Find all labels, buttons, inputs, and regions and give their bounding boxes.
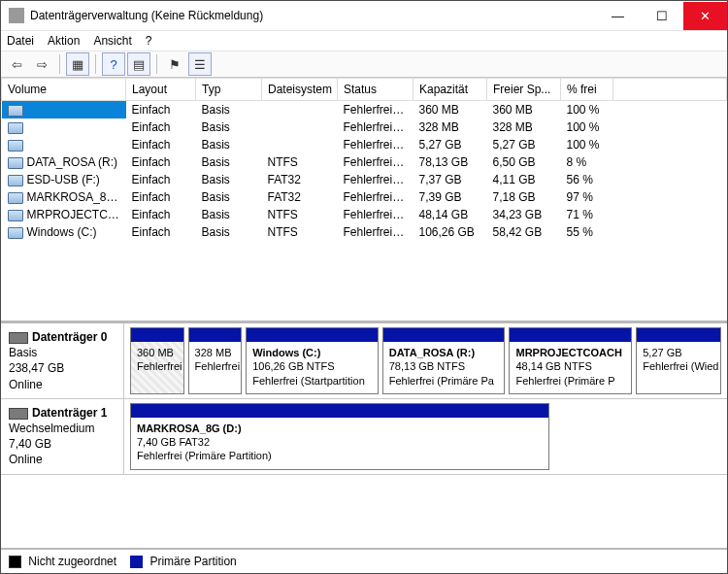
hdd-icon	[9, 332, 28, 344]
legend-unallocated-label: Nicht zugeordnet	[28, 555, 116, 568]
col-status[interactable]: Status	[338, 79, 414, 101]
table-row[interactable]: ESD-USB (F:)EinfachBasisFAT32Fehlerfrei …	[2, 171, 727, 188]
col-spacer	[613, 79, 727, 101]
partition-stripe	[189, 328, 242, 342]
close-button[interactable]: ✕	[683, 2, 727, 30]
partition-strip: 360 MBFehlerfrei328 MBFehlerfreiWindows …	[124, 323, 727, 398]
col-cap[interactable]: Kapazität	[414, 79, 487, 101]
volume-icon	[8, 105, 23, 117]
volume-list: Volume Layout Typ Dateisystem Status Kap…	[1, 78, 727, 323]
table-row[interactable]: EinfachBasisFehlerfrei (...360 MB360 MB1…	[2, 101, 727, 119]
disk-header[interactable]: Datenträger 1Wechselmedium7,40 GBOnline	[1, 399, 124, 474]
list-icon[interactable]: ☰	[188, 52, 212, 76]
disk-header[interactable]: Datenträger 0Basis238,47 GBOnline	[1, 323, 124, 398]
table-icon[interactable]: ▤	[127, 52, 150, 76]
col-layout[interactable]: Layout	[126, 79, 196, 101]
menu-view[interactable]: Ansicht	[93, 34, 131, 48]
titlebar: Datenträgerverwaltung (Keine Rückmeldung…	[1, 1, 727, 31]
menu-file[interactable]: Datei	[7, 34, 34, 48]
graphical-view: Datenträger 0Basis238,47 GBOnline360 MBF…	[1, 323, 727, 550]
menubar: Datei Aktion Ansicht ?	[1, 31, 727, 51]
col-free[interactable]: Freier Sp...	[487, 79, 561, 101]
legend-unallocated: Nicht zugeordnet	[9, 555, 116, 568]
forward-icon[interactable]: ⇨	[30, 52, 53, 76]
volume-icon	[8, 227, 23, 239]
partition-stripe	[131, 328, 183, 342]
toolbar-separator	[95, 54, 96, 74]
partition-stripe	[637, 328, 720, 342]
table-row[interactable]: EinfachBasisFehlerfrei (...328 MB328 MB1…	[2, 118, 727, 136]
refresh-icon[interactable]: ⚑	[163, 52, 186, 76]
table-row[interactable]: MRPROJECTCOA...EinfachBasisNTFSFehlerfre…	[2, 206, 727, 223]
swatch-black-icon	[9, 556, 21, 568]
volume-icon	[8, 175, 23, 186]
col-volume[interactable]: Volume	[2, 79, 126, 101]
help-icon[interactable]: ?	[102, 52, 125, 76]
volume-icon	[8, 192, 23, 204]
toolbar-separator	[59, 54, 60, 74]
app-window: Datenträgerverwaltung (Keine Rückmeldung…	[0, 0, 728, 574]
col-fs[interactable]: Dateisystem	[262, 79, 338, 101]
table-row[interactable]: MARKROSA_8G (D:)EinfachBasisFAT32Fehlerf…	[2, 188, 727, 206]
toolbar: ⇦ ⇨ ▦ ? ▤ ⚑ ☰	[1, 51, 727, 78]
table-header-row: Volume Layout Typ Dateisystem Status Kap…	[2, 79, 727, 101]
partition[interactable]: Windows (C:)106,26 GB NTFSFehlerfrei (St…	[246, 327, 379, 394]
maximize-button[interactable]: ☐	[640, 2, 683, 30]
table-row[interactable]: DATA_ROSA (R:)EinfachBasisNTFSFehlerfrei…	[2, 153, 727, 171]
swatch-blue-icon	[130, 556, 143, 568]
window-title: Datenträgerverwaltung (Keine Rückmeldung…	[30, 9, 596, 22]
volume-icon	[8, 157, 23, 169]
legend: Nicht zugeordnet Primäre Partition	[1, 550, 727, 573]
menu-help[interactable]: ?	[146, 34, 152, 48]
col-type[interactable]: Typ	[196, 79, 262, 101]
legend-primary-label: Primäre Partition	[149, 555, 236, 568]
partition[interactable]: MRPROJECTCOACH48,14 GB NTFSFehlerfrei (P…	[509, 327, 632, 394]
menu-action[interactable]: Aktion	[48, 34, 80, 48]
toolbar-separator	[156, 54, 157, 74]
hdd-icon	[9, 408, 28, 420]
minimize-button[interactable]: —	[596, 2, 640, 30]
volume-icon	[8, 140, 23, 152]
partition[interactable]: 360 MBFehlerfrei	[130, 327, 184, 394]
partition-stripe	[131, 404, 548, 418]
legend-primary: Primäre Partition	[130, 555, 237, 568]
volume-icon	[8, 210, 23, 221]
partition[interactable]: MARKROSA_8G (D:)7,40 GB FAT32Fehlerfrei …	[130, 403, 549, 470]
partition-stripe	[383, 328, 505, 342]
volume-icon	[8, 122, 23, 134]
back-icon[interactable]: ⇦	[5, 52, 28, 76]
table-row[interactable]: Windows (C:)EinfachBasisNTFSFehlerfrei (…	[2, 223, 727, 241]
disk-row: Datenträger 0Basis238,47 GBOnline360 MBF…	[1, 323, 727, 399]
partition-strip: MARKROSA_8G (D:)7,40 GB FAT32Fehlerfrei …	[124, 399, 727, 474]
partition[interactable]: 328 MBFehlerfrei	[188, 327, 243, 394]
volume-table: Volume Layout Typ Dateisystem Status Kap…	[1, 78, 727, 241]
partition-stripe	[247, 328, 378, 342]
table-row[interactable]: EinfachBasisFehlerfrei (...5,27 GB5,27 G…	[2, 136, 727, 153]
disk-row: Datenträger 1Wechselmedium7,40 GBOnlineM…	[1, 399, 727, 475]
partition[interactable]: DATA_ROSA (R:)78,13 GB NTFSFehlerfrei (P…	[382, 327, 506, 394]
partition[interactable]: 5,27 GBFehlerfrei (Wied	[636, 327, 721, 394]
partition-stripe	[510, 328, 631, 342]
col-pct[interactable]: % frei	[561, 79, 613, 101]
grid-icon[interactable]: ▦	[66, 52, 89, 76]
app-icon	[9, 8, 24, 23]
